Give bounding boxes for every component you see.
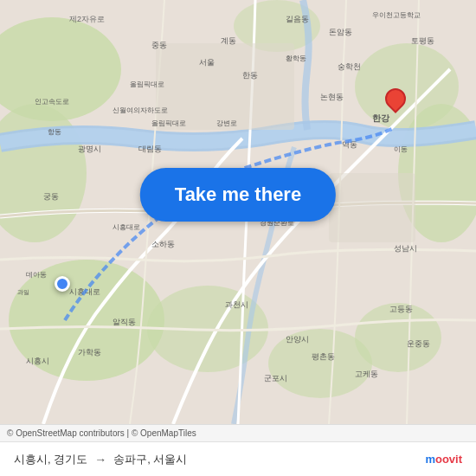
svg-text:고등동: 고등동 xyxy=(389,305,413,313)
svg-text:가학동: 가학동 xyxy=(78,348,101,357)
svg-text:시흥시: 시흥시 xyxy=(26,357,49,365)
svg-text:한강: 한강 xyxy=(372,113,390,123)
svg-text:항동: 항동 xyxy=(48,128,61,136)
svg-text:숭학천: 숭학천 xyxy=(338,62,361,71)
svg-point-8 xyxy=(355,43,459,130)
svg-text:광명시: 광명시 xyxy=(78,145,101,153)
svg-text:토평동: 토평동 xyxy=(411,36,434,45)
svg-text:대림동: 대림동 xyxy=(138,145,162,153)
svg-rect-10 xyxy=(156,43,294,130)
svg-text:인고속도로: 인고속도로 xyxy=(35,98,69,106)
svg-text:이동: 이동 xyxy=(394,145,408,153)
svg-text:올림픽대로: 올림픽대로 xyxy=(151,119,186,127)
svg-text:황학동: 황학동 xyxy=(286,55,306,62)
moovit-logo: moovit xyxy=(425,453,462,466)
svg-text:성남시: 성남시 xyxy=(394,244,417,253)
destination-label: 송파구, 서울시 xyxy=(113,452,187,467)
svg-text:계동: 계동 xyxy=(221,36,236,45)
svg-text:안양시: 안양시 xyxy=(286,335,309,344)
svg-text:평촌동: 평촌동 xyxy=(312,352,335,361)
svg-text:과천시: 과천시 xyxy=(225,300,248,309)
svg-text:데아동: 데아동 xyxy=(26,271,47,279)
map-container: 제2자유로 중동 계동 길음동 돈암동 우이천고등학교 토평동 서울 한동 황학… xyxy=(0,0,476,424)
svg-text:시흥대로: 시흥대로 xyxy=(113,223,140,231)
svg-text:한동: 한동 xyxy=(242,71,258,80)
svg-text:제2자유로: 제2자유로 xyxy=(69,15,105,23)
svg-text:과일: 과일 xyxy=(17,289,29,295)
origin-marker xyxy=(55,276,70,292)
svg-text:소하동: 소하동 xyxy=(151,240,175,248)
svg-text:논현동: 논현동 xyxy=(320,93,344,101)
svg-text:강변로: 강변로 xyxy=(216,119,237,127)
svg-text:신월여의자하도로: 신월여의자하도로 xyxy=(113,106,168,114)
svg-text:군포시: 군포시 xyxy=(264,374,287,383)
svg-text:올림픽대로: 올림픽대로 xyxy=(130,80,164,88)
direction-arrow: → xyxy=(94,453,106,466)
svg-text:길음동: 길음동 xyxy=(286,15,309,23)
origin-label: 시흥시, 경기도 xyxy=(14,452,87,467)
bottom-bar: 시흥시, 경기도 → 송파구, 서울시 moovit xyxy=(0,441,476,476)
attribution-text: © OpenStreetMap contributors | © OpenMap… xyxy=(7,428,196,438)
svg-rect-11 xyxy=(329,173,415,242)
svg-text:궁동: 궁동 xyxy=(43,192,59,201)
attribution-bar: © OpenStreetMap contributors | © OpenMap… xyxy=(0,424,476,441)
take-me-there-button[interactable]: Take me there xyxy=(140,168,336,222)
svg-text:알직동: 알직동 xyxy=(113,318,136,326)
svg-text:서울: 서울 xyxy=(199,58,215,67)
svg-text:운중동: 운중동 xyxy=(407,339,430,348)
svg-text:우이천고등학교: 우이천고등학교 xyxy=(372,11,421,19)
destination-marker xyxy=(385,88,406,109)
svg-point-6 xyxy=(355,303,441,372)
svg-text:중동: 중동 xyxy=(151,41,167,49)
svg-text:고케동: 고케동 xyxy=(355,370,378,378)
svg-text:돈암동: 돈암동 xyxy=(329,28,352,36)
